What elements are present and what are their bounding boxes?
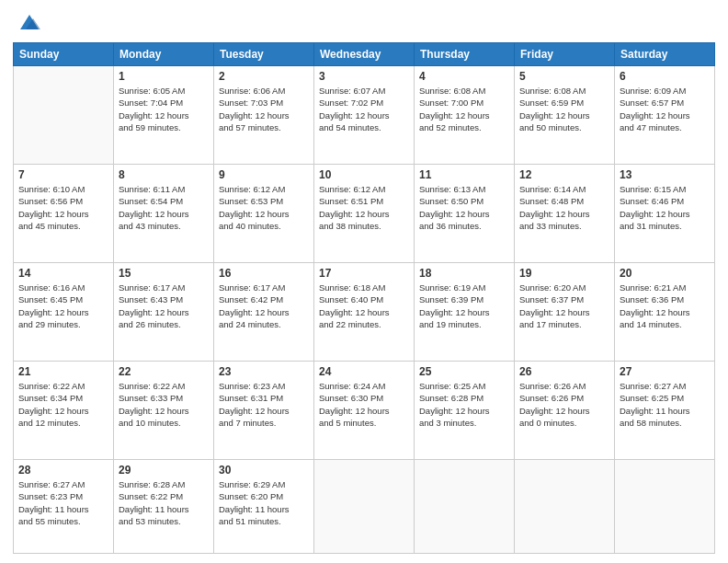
day-info: Sunrise: 6:26 AM Sunset: 6:26 PM Dayligh… <box>519 380 609 429</box>
day-number: 19 <box>519 267 609 280</box>
day-cell: 16Sunrise: 6:17 AM Sunset: 6:42 PM Dayli… <box>214 262 314 361</box>
day-cell <box>415 459 515 553</box>
day-number: 23 <box>219 365 309 378</box>
day-cell: 25Sunrise: 6:25 AM Sunset: 6:28 PM Dayli… <box>415 361 515 459</box>
day-number: 6 <box>620 70 710 83</box>
header-row: SundayMondayTuesdayWednesdayThursdayFrid… <box>14 43 715 66</box>
col-header-saturday: Saturday <box>615 43 715 66</box>
day-cell: 24Sunrise: 6:24 AM Sunset: 6:30 PM Dayli… <box>314 361 415 459</box>
col-header-sunday: Sunday <box>14 43 114 66</box>
logo <box>13 9 42 35</box>
day-cell: 3Sunrise: 6:07 AM Sunset: 7:02 PM Daylig… <box>314 66 415 165</box>
day-info: Sunrise: 6:17 AM Sunset: 6:43 PM Dayligh… <box>119 282 209 330</box>
day-info: Sunrise: 6:29 AM Sunset: 6:20 PM Dayligh… <box>219 478 309 527</box>
day-cell: 14Sunrise: 6:16 AM Sunset: 6:45 PM Dayli… <box>14 262 114 361</box>
day-number: 18 <box>419 267 509 280</box>
day-cell <box>515 459 615 553</box>
day-number: 26 <box>519 365 609 378</box>
day-info: Sunrise: 6:07 AM Sunset: 7:02 PM Dayligh… <box>319 85 409 133</box>
calendar: SundayMondayTuesdayWednesdayThursdayFrid… <box>13 42 715 554</box>
day-info: Sunrise: 6:20 AM Sunset: 6:37 PM Dayligh… <box>519 282 609 330</box>
col-header-thursday: Thursday <box>415 43 515 66</box>
day-info: Sunrise: 6:23 AM Sunset: 6:31 PM Dayligh… <box>219 380 309 429</box>
day-number: 1 <box>119 70 209 83</box>
day-number: 24 <box>319 365 409 378</box>
day-info: Sunrise: 6:14 AM Sunset: 6:48 PM Dayligh… <box>519 183 609 232</box>
day-info: Sunrise: 6:24 AM Sunset: 6:30 PM Dayligh… <box>319 380 409 429</box>
day-info: Sunrise: 6:16 AM Sunset: 6:45 PM Dayligh… <box>18 282 108 330</box>
day-cell: 19Sunrise: 6:20 AM Sunset: 6:37 PM Dayli… <box>515 262 615 361</box>
day-info: Sunrise: 6:25 AM Sunset: 6:28 PM Dayligh… <box>419 380 509 429</box>
day-cell: 6Sunrise: 6:09 AM Sunset: 6:57 PM Daylig… <box>615 66 715 165</box>
day-cell: 5Sunrise: 6:08 AM Sunset: 6:59 PM Daylig… <box>515 66 615 165</box>
day-cell: 30Sunrise: 6:29 AM Sunset: 6:20 PM Dayli… <box>214 459 314 553</box>
day-info: Sunrise: 6:19 AM Sunset: 6:39 PM Dayligh… <box>419 282 509 330</box>
day-number: 20 <box>620 267 710 280</box>
day-info: Sunrise: 6:22 AM Sunset: 6:34 PM Dayligh… <box>18 380 108 429</box>
day-number: 30 <box>219 464 309 477</box>
day-info: Sunrise: 6:27 AM Sunset: 6:23 PM Dayligh… <box>18 478 108 527</box>
day-cell: 27Sunrise: 6:27 AM Sunset: 6:25 PM Dayli… <box>615 361 715 459</box>
week-row-5: 28Sunrise: 6:27 AM Sunset: 6:23 PM Dayli… <box>14 459 715 553</box>
day-info: Sunrise: 6:13 AM Sunset: 6:50 PM Dayligh… <box>419 183 509 232</box>
header <box>13 9 715 35</box>
day-number: 16 <box>219 267 309 280</box>
day-number: 14 <box>18 267 108 280</box>
day-info: Sunrise: 6:15 AM Sunset: 6:46 PM Dayligh… <box>620 183 710 232</box>
day-cell: 13Sunrise: 6:15 AM Sunset: 6:46 PM Dayli… <box>615 164 715 262</box>
col-header-wednesday: Wednesday <box>314 43 415 66</box>
day-cell: 4Sunrise: 6:08 AM Sunset: 7:00 PM Daylig… <box>415 66 515 165</box>
day-number: 27 <box>620 365 710 378</box>
day-info: Sunrise: 6:28 AM Sunset: 6:22 PM Dayligh… <box>119 478 209 527</box>
day-cell: 11Sunrise: 6:13 AM Sunset: 6:50 PM Dayli… <box>415 164 515 262</box>
day-cell: 10Sunrise: 6:12 AM Sunset: 6:51 PM Dayli… <box>314 164 415 262</box>
day-cell <box>14 66 114 165</box>
day-number: 4 <box>419 70 509 83</box>
day-cell: 9Sunrise: 6:12 AM Sunset: 6:53 PM Daylig… <box>214 164 314 262</box>
day-cell: 15Sunrise: 6:17 AM Sunset: 6:43 PM Dayli… <box>114 262 214 361</box>
day-number: 7 <box>18 168 108 181</box>
day-cell: 8Sunrise: 6:11 AM Sunset: 6:54 PM Daylig… <box>114 164 214 262</box>
day-number: 10 <box>319 168 409 181</box>
day-info: Sunrise: 6:17 AM Sunset: 6:42 PM Dayligh… <box>219 282 309 330</box>
day-number: 17 <box>319 267 409 280</box>
day-number: 22 <box>119 365 209 378</box>
day-number: 8 <box>119 168 209 181</box>
day-cell: 20Sunrise: 6:21 AM Sunset: 6:36 PM Dayli… <box>615 262 715 361</box>
day-cell: 2Sunrise: 6:06 AM Sunset: 7:03 PM Daylig… <box>214 66 314 165</box>
day-info: Sunrise: 6:18 AM Sunset: 6:40 PM Dayligh… <box>319 282 409 330</box>
day-cell: 26Sunrise: 6:26 AM Sunset: 6:26 PM Dayli… <box>515 361 615 459</box>
week-row-2: 7Sunrise: 6:10 AM Sunset: 6:56 PM Daylig… <box>14 164 715 262</box>
col-header-friday: Friday <box>515 43 615 66</box>
day-cell: 17Sunrise: 6:18 AM Sunset: 6:40 PM Dayli… <box>314 262 415 361</box>
day-cell: 22Sunrise: 6:22 AM Sunset: 6:33 PM Dayli… <box>114 361 214 459</box>
day-number: 13 <box>620 168 710 181</box>
week-row-1: 1Sunrise: 6:05 AM Sunset: 7:04 PM Daylig… <box>14 66 715 165</box>
col-header-tuesday: Tuesday <box>214 43 314 66</box>
day-info: Sunrise: 6:09 AM Sunset: 6:57 PM Dayligh… <box>620 85 710 133</box>
day-info: Sunrise: 6:22 AM Sunset: 6:33 PM Dayligh… <box>119 380 209 429</box>
day-info: Sunrise: 6:12 AM Sunset: 6:53 PM Dayligh… <box>219 183 309 232</box>
day-info: Sunrise: 6:21 AM Sunset: 6:36 PM Dayligh… <box>620 282 710 330</box>
day-number: 25 <box>419 365 509 378</box>
day-info: Sunrise: 6:08 AM Sunset: 6:59 PM Dayligh… <box>519 85 609 133</box>
day-number: 12 <box>519 168 609 181</box>
day-cell: 21Sunrise: 6:22 AM Sunset: 6:34 PM Dayli… <box>14 361 114 459</box>
col-header-monday: Monday <box>114 43 214 66</box>
week-row-3: 14Sunrise: 6:16 AM Sunset: 6:45 PM Dayli… <box>14 262 715 361</box>
day-cell: 29Sunrise: 6:28 AM Sunset: 6:22 PM Dayli… <box>114 459 214 553</box>
day-number: 21 <box>18 365 108 378</box>
day-info: Sunrise: 6:06 AM Sunset: 7:03 PM Dayligh… <box>219 85 309 133</box>
day-cell: 18Sunrise: 6:19 AM Sunset: 6:39 PM Dayli… <box>415 262 515 361</box>
day-info: Sunrise: 6:12 AM Sunset: 6:51 PM Dayligh… <box>319 183 409 232</box>
day-number: 5 <box>519 70 609 83</box>
day-number: 15 <box>119 267 209 280</box>
day-cell <box>615 459 715 553</box>
day-number: 29 <box>119 464 209 477</box>
day-cell: 23Sunrise: 6:23 AM Sunset: 6:31 PM Dayli… <box>214 361 314 459</box>
week-row-4: 21Sunrise: 6:22 AM Sunset: 6:34 PM Dayli… <box>14 361 715 459</box>
day-cell <box>314 459 415 553</box>
day-cell: 28Sunrise: 6:27 AM Sunset: 6:23 PM Dayli… <box>14 459 114 553</box>
day-number: 28 <box>18 464 108 477</box>
day-info: Sunrise: 6:11 AM Sunset: 6:54 PM Dayligh… <box>119 183 209 232</box>
